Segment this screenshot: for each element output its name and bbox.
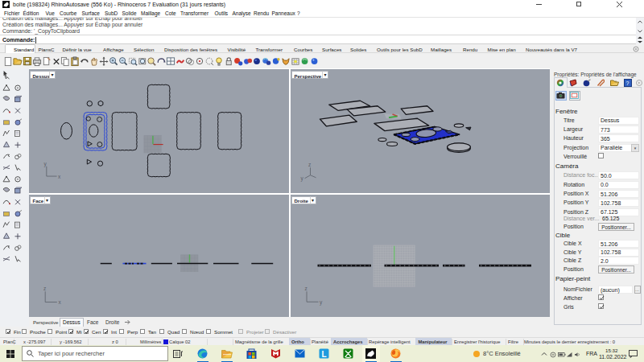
svg-text:L: L (322, 350, 327, 359)
svg-text:y: y (44, 161, 47, 167)
svg-text:z: z (308, 162, 311, 167)
svg-text:z: z (305, 286, 308, 291)
svg-text:?: ? (626, 80, 630, 86)
svg-text:y: y (301, 175, 304, 182)
svg-text:y: y (320, 298, 323, 305)
svg-text:x: x (59, 299, 62, 305)
svg-text:x: x (58, 174, 61, 179)
svg-text:z: z (43, 286, 46, 291)
